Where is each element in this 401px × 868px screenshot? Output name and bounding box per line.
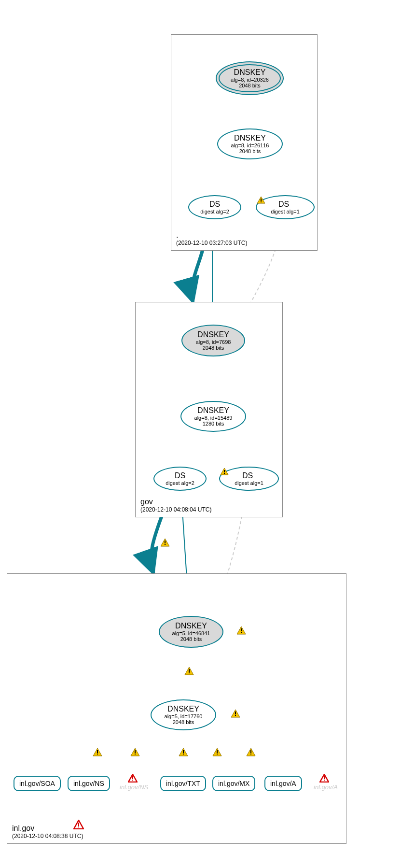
inl-zsk-title: DNSKEY	[167, 705, 199, 713]
rrset-ns[interactable]: inl.gov/NS	[68, 776, 110, 791]
zone-gov-label: gov (2020-12-10 04:08:04 UTC)	[140, 498, 211, 513]
node-inl-zsk[interactable]: DNSKEY alg=5, id=17760 2048 bits	[151, 699, 216, 730]
root-ds1-title: DS	[278, 200, 289, 209]
root-ds2-title: DS	[209, 200, 220, 209]
node-root-ds2[interactable]: DS digest alg=2	[188, 195, 241, 219]
rrset-mx-label: inl.gov/MX	[218, 780, 249, 787]
gov-ksk-title: DNSKEY	[197, 330, 229, 339]
root-ksk-l2: 2048 bits	[239, 83, 261, 88]
zone-gov-name: gov	[140, 498, 211, 506]
inl-ksk-l2: 2048 bits	[180, 636, 202, 642]
node-root-zsk[interactable]: DNSKEY alg=8, id=26116 2048 bits	[217, 128, 283, 159]
svg-rect-23	[132, 780, 133, 781]
svg-rect-21	[250, 754, 251, 754]
insecure-a: inl.gov/A	[314, 783, 338, 791]
svg-rect-1	[261, 201, 262, 202]
root-ksk-title: DNSKEY	[234, 68, 266, 77]
root-ds1-l1: digest alg=1	[271, 209, 300, 214]
svg-rect-22	[132, 776, 133, 779]
inl-zsk-l2: 2048 bits	[173, 719, 194, 725]
root-ksk-l1: alg=8, id=20326	[231, 77, 269, 83]
node-root-ksk[interactable]: DNSKEY alg=8, id=20326 2048 bits	[216, 61, 284, 95]
svg-rect-3	[224, 473, 225, 474]
gov-ksk-l1: alg=8, id=7698	[196, 339, 231, 345]
gov-ds2-title: DS	[175, 471, 185, 480]
rrset-a-label: inl.gov/A	[270, 780, 296, 787]
svg-rect-12	[97, 750, 98, 753]
svg-rect-20	[250, 750, 251, 753]
svg-rect-9	[189, 672, 190, 673]
svg-rect-5	[165, 544, 166, 545]
inl-ksk-l1: alg=5, id=46841	[172, 630, 210, 636]
insecure-a-label: inl.gov/A	[314, 783, 338, 791]
warning-icon[interactable]	[236, 626, 246, 637]
gov-zsk-l2: 1280 bits	[203, 421, 224, 427]
gov-zsk-l1: alg=8, id=15489	[194, 415, 233, 421]
gov-ksk-l2: 2048 bits	[203, 345, 224, 351]
zone-root-label: . (2020-12-10 03:27:03 UTC)	[176, 231, 247, 246]
rrset-ns-label: inl.gov/NS	[73, 780, 104, 787]
node-gov-ksk[interactable]: DNSKEY alg=8, id=7698 2048 bits	[181, 325, 245, 356]
zone-inlgov-ts: (2020-12-10 04:08:38 UTC)	[12, 833, 83, 840]
svg-rect-11	[235, 715, 236, 716]
svg-rect-15	[135, 754, 136, 754]
error-icon[interactable]	[319, 774, 329, 784]
root-zsk-l2: 2048 bits	[239, 148, 261, 154]
warning-icon[interactable]	[212, 748, 222, 758]
insecure-ns-label: inl.gov/NS	[120, 783, 148, 791]
node-gov-zsk[interactable]: DNSKEY alg=8, id=15489 1280 bits	[180, 401, 246, 432]
gov-ds1-l1: digest alg=1	[235, 480, 263, 486]
rrset-txt-label: inl.gov/TXT	[166, 780, 200, 787]
gov-ds1-title: DS	[242, 471, 253, 480]
warning-icon[interactable]	[184, 667, 194, 677]
svg-rect-24	[324, 776, 325, 779]
rrset-soa-label: inl.gov/SOA	[19, 780, 55, 787]
warning-icon[interactable]	[130, 748, 140, 758]
diagram-canvas: . (2020-12-10 03:27:03 UTC) gov (2020-12…	[0, 0, 401, 868]
gov-zsk-title: DNSKEY	[197, 406, 229, 415]
warning-icon[interactable]	[231, 709, 240, 720]
svg-rect-19	[217, 754, 218, 754]
svg-rect-4	[165, 541, 166, 543]
inl-ksk-title: DNSKEY	[175, 622, 207, 630]
zone-inlgov-label: inl.gov (2020-12-10 04:08:38 UTC)	[12, 824, 83, 840]
rrset-mx[interactable]: inl.gov/MX	[212, 776, 255, 791]
insecure-ns: inl.gov/NS	[120, 783, 148, 791]
svg-rect-7	[241, 632, 242, 633]
svg-rect-6	[241, 628, 242, 631]
svg-rect-17	[183, 754, 184, 754]
zone-root-name: .	[176, 231, 247, 240]
svg-rect-0	[261, 199, 262, 201]
svg-rect-8	[189, 669, 190, 672]
svg-rect-13	[97, 754, 98, 754]
node-root-ds1[interactable]: DS digest alg=1	[256, 195, 315, 219]
root-zsk-l1: alg=8, id=26116	[231, 142, 269, 148]
warning-icon[interactable]	[179, 748, 188, 758]
rrset-a[interactable]: inl.gov/A	[264, 776, 302, 791]
svg-rect-26	[78, 823, 79, 826]
gov-ds2-l1: digest alg=2	[166, 480, 194, 486]
rrset-txt[interactable]: inl.gov/TXT	[160, 776, 206, 791]
svg-rect-25	[324, 780, 325, 781]
svg-rect-27	[78, 826, 79, 827]
root-zsk-title: DNSKEY	[234, 134, 266, 142]
node-inl-ksk[interactable]: DNSKEY alg=5, id=46841 2048 bits	[159, 616, 223, 648]
warning-icon[interactable]	[160, 538, 170, 549]
node-gov-ds2[interactable]: DS digest alg=2	[153, 467, 207, 491]
svg-rect-10	[235, 711, 236, 714]
inl-zsk-l1: alg=5, id=17760	[165, 713, 203, 719]
svg-rect-2	[224, 470, 225, 472]
svg-rect-18	[217, 750, 218, 753]
zone-root-ts: (2020-12-10 03:27:03 UTC)	[176, 240, 247, 246]
error-icon[interactable]	[73, 820, 84, 831]
root-ds2-l1: digest alg=2	[200, 209, 229, 214]
error-icon[interactable]	[128, 774, 138, 784]
warning-icon[interactable]	[93, 748, 102, 758]
node-gov-ds1[interactable]: DS digest alg=1	[219, 467, 279, 491]
zone-inlgov-name: inl.gov	[12, 824, 83, 833]
svg-rect-16	[183, 750, 184, 753]
warning-icon[interactable]	[246, 748, 256, 758]
svg-rect-14	[135, 750, 136, 753]
zone-gov-ts: (2020-12-10 04:08:04 UTC)	[140, 506, 211, 513]
rrset-soa[interactable]: inl.gov/SOA	[14, 776, 61, 791]
